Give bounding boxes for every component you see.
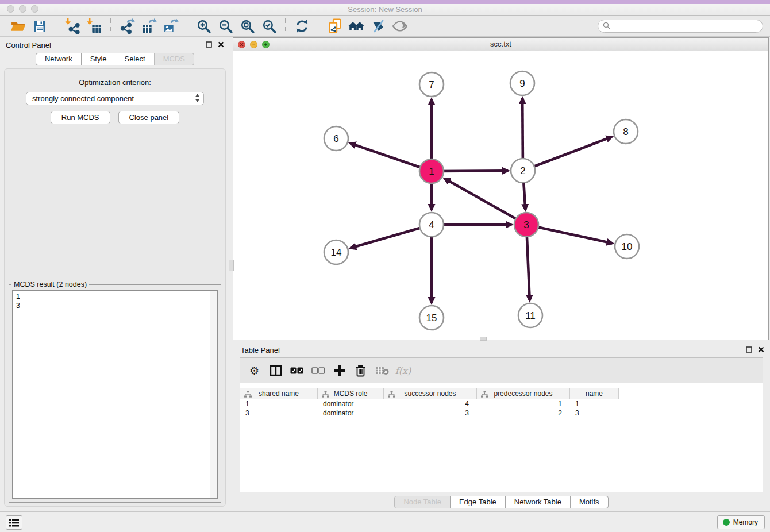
zoom-out-icon[interactable] — [216, 17, 234, 36]
tab-network[interactable]: Network — [36, 53, 82, 65]
refresh-icon[interactable] — [292, 17, 311, 36]
table-panel-title: Table Panel — [241, 346, 280, 354]
search-box[interactable] — [598, 20, 763, 33]
task-history-button[interactable] — [6, 515, 22, 530]
show-columns-icon[interactable] — [265, 360, 286, 381]
node-2[interactable]: 2 — [511, 159, 535, 183]
network-from-selection-icon[interactable] — [325, 17, 344, 36]
chevron-updown-icon — [195, 94, 200, 104]
table-panel: Table Panel ⚙ f(x) shared nameMCDS roles… — [233, 342, 770, 511]
zoom-in-icon[interactable] — [194, 17, 213, 36]
node-11[interactable]: 11 — [518, 303, 542, 327]
result-line: 1 — [16, 292, 214, 301]
splitpane-horizontal-handle[interactable] — [480, 337, 487, 341]
tab-node-table[interactable]: Node Table — [394, 496, 451, 508]
delete-row-trash-icon[interactable] — [350, 360, 371, 381]
zoom-selected-icon[interactable] — [260, 17, 278, 36]
toolbar-separator — [56, 18, 56, 34]
tab-network-table[interactable]: Network Table — [505, 496, 571, 508]
node-6[interactable]: 6 — [324, 126, 348, 151]
optimization-criterion-select[interactable]: strongly connected component — [26, 92, 204, 105]
column-header-predecessor-nodes[interactable]: predecessor nodes — [477, 388, 570, 399]
deselect-all-icon[interactable] — [307, 360, 329, 381]
table-panel-tabs: Node TableEdge TableNetwork TableMotifs — [233, 496, 770, 508]
svg-text:6: 6 — [333, 133, 338, 144]
network-window-titlebar[interactable]: ✕ − + scc.txt — [233, 38, 768, 51]
network-canvas[interactable]: 7968124314101511 — [233, 51, 768, 337]
home-icon[interactable] — [347, 17, 365, 36]
edge-1-6[interactable] — [351, 143, 432, 171]
close-panel-button[interactable]: Close panel — [118, 111, 180, 124]
tab-motifs[interactable]: Motifs — [570, 496, 609, 508]
delete-table-icon[interactable] — [371, 360, 392, 381]
export-image-icon[interactable] — [161, 17, 180, 36]
float-panel-icon[interactable] — [746, 346, 752, 353]
maximize-network-icon[interactable]: + — [262, 41, 270, 48]
node-7[interactable]: 7 — [419, 72, 444, 97]
import-network-icon[interactable] — [63, 17, 82, 36]
zoom-fit-icon[interactable] — [238, 17, 256, 36]
svg-text:10: 10 — [622, 241, 633, 252]
window-titlebar: Session: New Session — [0, 0, 770, 16]
export-table-icon[interactable] — [140, 17, 158, 36]
result-scrollbar[interactable] — [210, 291, 217, 498]
table-row[interactable]: 1dominator411 — [240, 399, 763, 408]
node-10[interactable]: 10 — [615, 234, 639, 259]
column-header-shared-name[interactable]: shared name — [240, 388, 318, 399]
result-line: 3 — [16, 301, 214, 310]
search-input[interactable] — [613, 22, 758, 30]
node-14[interactable]: 14 — [324, 240, 348, 264]
close-panel-icon[interactable] — [218, 41, 224, 48]
column-header-successor-nodes[interactable]: successor nodes — [384, 388, 477, 399]
column-header-mcds-role[interactable]: MCDS role — [318, 388, 384, 399]
node-4[interactable]: 4 — [419, 213, 444, 237]
table-toolbar: ⚙ f(x) — [240, 358, 763, 383]
node-8[interactable]: 8 — [614, 119, 638, 144]
node-1[interactable]: 1 — [419, 159, 444, 183]
tab-select[interactable]: Select — [116, 53, 155, 65]
tab-edge-table[interactable]: Edge Table — [450, 496, 506, 508]
save-session-icon[interactable] — [30, 17, 49, 36]
network-window-title: scc.txt — [233, 38, 768, 51]
tab-style[interactable]: Style — [81, 53, 116, 65]
minimize-network-icon[interactable]: − — [250, 41, 257, 48]
column-header-name[interactable]: name — [570, 388, 619, 399]
control-panel-header: Control Panel — [0, 37, 230, 53]
edge-2-8[interactable] — [523, 137, 612, 171]
node-15[interactable]: 15 — [419, 306, 444, 330]
add-row-icon[interactable] — [329, 360, 350, 381]
svg-text:11: 11 — [525, 310, 536, 321]
optimization-criterion-label: Optimization criterion: — [5, 78, 225, 87]
function-builder-icon[interactable]: f(x) — [392, 360, 414, 381]
open-session-icon[interactable] — [9, 17, 27, 36]
splitpane-vertical-handle[interactable] — [229, 260, 234, 271]
mcds-result-fieldset: MCDS result (2 nodes) 13 — [9, 280, 221, 503]
main-toolbar — [0, 16, 770, 37]
window-accent-strip — [0, 0, 770, 4]
mcds-result-box[interactable]: 13 — [12, 290, 218, 499]
import-table-icon[interactable] — [85, 17, 103, 36]
edge-3-1[interactable] — [445, 179, 526, 225]
hide-annotations-icon[interactable] — [369, 17, 387, 36]
table-panel-header: Table Panel — [233, 342, 770, 358]
table-row[interactable]: 3dominator323 — [240, 408, 763, 418]
close-panel-icon[interactable] — [758, 346, 764, 353]
show-graphics-details-eye-icon[interactable] — [391, 17, 409, 36]
table-settings-gear-icon[interactable]: ⚙ — [244, 360, 265, 381]
node-9[interactable]: 9 — [510, 71, 534, 95]
export-network-icon[interactable] — [118, 17, 136, 36]
memory-button[interactable]: Memory — [717, 515, 765, 529]
select-all-icon[interactable] — [286, 360, 307, 381]
control-panel-tabs: NetworkStyleSelectMCDS — [0, 53, 230, 65]
tab-mcds[interactable]: MCDS — [154, 53, 194, 65]
run-mcds-button[interactable]: Run MCDS — [51, 111, 110, 124]
search-icon — [603, 21, 610, 32]
svg-text:15: 15 — [426, 313, 437, 323]
edge-3-10[interactable] — [526, 225, 613, 244]
node-3[interactable]: 3 — [514, 213, 538, 237]
close-network-icon[interactable]: ✕ — [238, 41, 245, 48]
toolbar-separator — [187, 18, 187, 34]
float-panel-icon[interactable] — [206, 41, 212, 48]
mcds-result-title: MCDS result (2 nodes) — [11, 280, 89, 288]
control-panel-title: Control Panel — [6, 41, 51, 49]
